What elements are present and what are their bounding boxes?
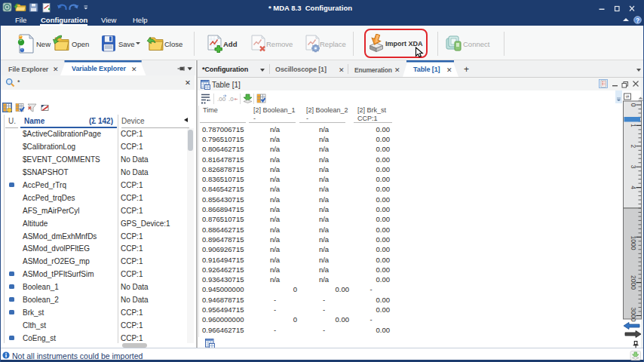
svg-text:1: 1 xyxy=(630,124,637,127)
svg-text:2: 2 xyxy=(630,144,637,148)
svg-text:4: 4 xyxy=(630,186,637,189)
svg-text:.00: .00 xyxy=(217,96,226,103)
svg-text:0: 0 xyxy=(630,103,637,107)
svg-text:3: 3 xyxy=(630,165,637,169)
svg-text:.0: .0 xyxy=(228,96,234,103)
svg-text:3000: 3000 xyxy=(630,308,637,322)
svg-text:?: ? xyxy=(636,17,639,24)
svg-text:2000: 2000 xyxy=(630,275,637,290)
svg-text:1000: 1000 xyxy=(630,236,637,250)
svg-text:s: s xyxy=(625,95,630,98)
